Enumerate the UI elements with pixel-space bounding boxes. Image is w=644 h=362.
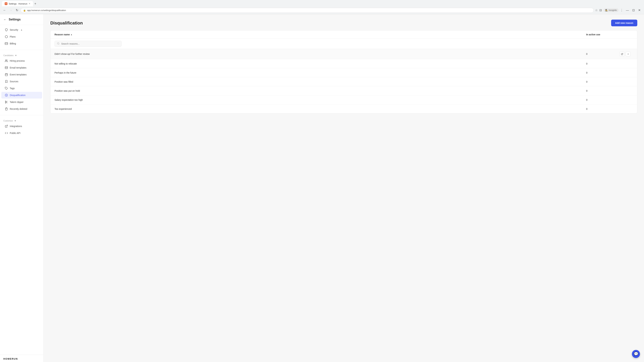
back-button[interactable]: ← xyxy=(2,8,7,13)
sidebar-item-label: Public API xyxy=(10,132,20,134)
candidates-collapse-btn[interactable]: ▼ xyxy=(15,54,17,57)
url-display: app.homerun.co/settings/disqualification xyxy=(27,9,66,11)
browser-chrome: H Settings · Homerun × + ← → ↻ 🔒 app.hom… xyxy=(0,0,644,14)
sidebar-item-label: Recently deleted xyxy=(10,108,27,110)
sidebar-item-label: Tags xyxy=(10,87,15,90)
col-active-use: In active use xyxy=(586,33,620,36)
browser-tab[interactable]: H Settings · Homerun × xyxy=(2,1,33,6)
security-collapse-btn[interactable]: ▲ xyxy=(21,29,23,31)
table-row: Perhaps in the future 0 ··· xyxy=(50,68,637,77)
sidebar-item-integrations[interactable]: Integrations xyxy=(1,123,42,130)
search-wrap xyxy=(54,41,122,47)
search-input[interactable] xyxy=(61,42,119,45)
box-icon xyxy=(5,35,8,38)
sidebar-candidates-section: Candidates ▼ Hiring process xyxy=(0,51,44,114)
shield-icon xyxy=(5,28,8,31)
more-options-icon[interactable]: ··· xyxy=(620,98,623,102)
homerun-logo-text: HOMERUN xyxy=(3,358,40,360)
sidebar-item-label: Plans xyxy=(10,35,16,38)
sidebar-back-button[interactable]: ← xyxy=(3,17,7,21)
svg-point-17 xyxy=(57,42,59,44)
sidebar-item-tags[interactable]: Tags xyxy=(1,85,42,92)
delete-reason-button[interactable] xyxy=(626,52,630,56)
sidebar-item-hiring-process[interactable]: Hiring process xyxy=(1,57,42,64)
sidebar-item-label: Integrations xyxy=(10,125,22,128)
sidebar-item-security[interactable]: Security ▲ xyxy=(1,26,42,33)
svg-point-11 xyxy=(5,101,6,102)
sidebar-account-section: Security ▲ Plans Billing xyxy=(0,25,44,48)
more-options-icon[interactable]: ··· xyxy=(620,71,623,74)
table-row: Salary expectation too high 0 ··· xyxy=(50,95,637,104)
table-row: Position was filled 0 ··· xyxy=(50,77,637,86)
sidebar-item-event-templates[interactable]: Event templates xyxy=(1,71,42,78)
sidebar-item-email-templates[interactable]: Email templates xyxy=(1,64,42,71)
sidebar-item-public-api[interactable]: Public API xyxy=(1,130,42,136)
users-icon xyxy=(5,59,8,62)
table-row: Too experienced 0 ··· xyxy=(50,104,637,113)
sidebar-divider-2 xyxy=(0,115,44,115)
active-count: 0 xyxy=(586,53,620,55)
customize-collapse-btn[interactable]: ▼ xyxy=(14,120,16,122)
svg-line-15 xyxy=(6,102,6,102)
add-new-reason-button[interactable]: Add new reason xyxy=(611,19,637,26)
reload-button[interactable]: ↻ xyxy=(15,8,19,13)
sidebar-customize-section: Customize ▼ Integrations xyxy=(0,117,44,138)
more-options-icon[interactable]: ··· xyxy=(620,89,623,92)
sidebar-item-talent-clipper[interactable]: Talent clipper xyxy=(1,99,42,105)
svg-point-12 xyxy=(5,102,6,103)
credit-card-icon xyxy=(5,42,8,45)
active-count: 0 xyxy=(586,80,620,83)
candidates-section-label: Candidates ▼ xyxy=(0,53,44,57)
search-icon xyxy=(57,42,60,45)
sidebar-item-sources[interactable]: Sources xyxy=(1,78,42,85)
svg-line-16 xyxy=(6,125,8,126)
row-actions xyxy=(620,52,633,56)
table-row: Didn't show-up/ For further review 0 xyxy=(50,49,637,59)
sidebar-item-label: Security xyxy=(10,28,18,31)
more-options-icon[interactable]: ··· xyxy=(620,62,623,65)
main-content: Disqualification Add new reason Reason n… xyxy=(44,14,644,362)
more-options-icon[interactable]: ··· xyxy=(620,80,623,83)
reason-name: Position was filled xyxy=(54,80,586,83)
sort-asc-icon[interactable]: ▲ xyxy=(70,33,72,36)
active-count: 0 xyxy=(586,98,620,101)
sidebar-item-recently-deleted[interactable]: Recently deleted xyxy=(1,106,42,112)
scissors-icon xyxy=(5,100,8,104)
plug-icon xyxy=(5,124,8,128)
chat-support-button[interactable]: 💬 xyxy=(632,350,640,358)
chat-icon: 💬 xyxy=(634,352,638,356)
customize-section-label: Customize ▼ xyxy=(0,118,44,123)
app-layout: ← Settings Security ▲ Plans xyxy=(0,14,644,362)
mail-icon xyxy=(5,66,8,69)
close-window-button[interactable]: ✕ xyxy=(637,8,642,13)
sidebar-item-label: Billing xyxy=(10,42,16,45)
minimize-button[interactable]: — xyxy=(624,8,630,13)
forward-button[interactable]: → xyxy=(8,8,14,13)
code-icon xyxy=(5,131,8,135)
maximize-button[interactable]: ⊡ xyxy=(631,8,636,13)
tab-close-button[interactable]: × xyxy=(29,2,30,5)
sidebar: ← Settings Security ▲ Plans xyxy=(0,14,44,362)
active-count: 0 xyxy=(586,108,620,110)
svg-point-2 xyxy=(6,60,6,61)
new-tab-button[interactable]: + xyxy=(33,1,38,6)
bookmark-icon[interactable]: ☆ xyxy=(595,8,598,12)
address-bar[interactable]: 🔒 app.homerun.co/settings/disqualificati… xyxy=(21,8,594,13)
menu-icon[interactable]: ⋮ xyxy=(620,8,623,12)
edit-reason-button[interactable] xyxy=(620,52,624,56)
reason-name: Perhaps in the future xyxy=(54,71,586,74)
svg-line-14 xyxy=(7,102,8,103)
sidebar-item-disqualification[interactable]: Disqualification xyxy=(1,92,42,98)
sidebar-item-label: Disqualification xyxy=(10,94,26,96)
sidebar-item-billing[interactable]: Billing xyxy=(1,40,42,47)
extensions-icon[interactable]: ⊟ xyxy=(600,8,602,12)
calendar-icon xyxy=(5,73,8,76)
sidebar-item-plans[interactable]: Plans xyxy=(1,33,42,40)
table-row: Position was put on hold 0 ··· xyxy=(50,86,637,95)
active-count: 0 xyxy=(586,71,620,74)
search-row xyxy=(50,39,637,49)
svg-rect-0 xyxy=(5,42,8,44)
reason-name: Position was put on hold xyxy=(54,89,586,92)
page-header: Disqualification Add new reason xyxy=(50,19,637,26)
more-options-icon[interactable]: ··· xyxy=(620,107,623,111)
